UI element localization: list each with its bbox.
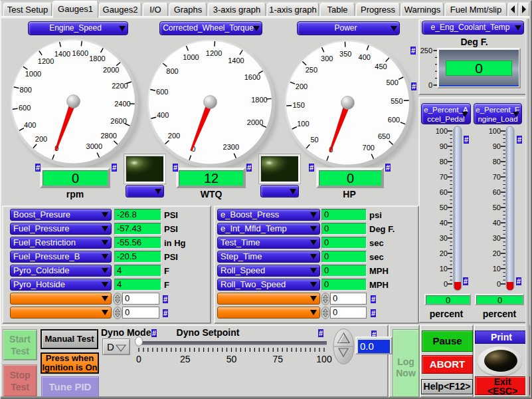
svg-text:1600: 1600 [72, 49, 88, 57]
svg-text:0: 0 [136, 354, 141, 364]
svg-text:0: 0 [444, 280, 448, 288]
svg-text:50: 50 [493, 203, 501, 211]
svg-text:2800: 2800 [100, 132, 116, 140]
svg-text:200: 200 [35, 134, 46, 142]
svg-text:1400: 1400 [54, 49, 70, 57]
svg-text:550: 550 [391, 96, 402, 104]
svg-text:2200: 2200 [112, 81, 128, 89]
svg-text:100: 100 [316, 354, 332, 364]
svg-text:70: 70 [493, 173, 501, 181]
svg-text:50: 50 [440, 203, 448, 211]
svg-text:25: 25 [180, 354, 191, 364]
svg-text:1400: 1400 [228, 57, 244, 65]
svg-text:200: 200 [295, 82, 307, 90]
svg-text:600: 600 [387, 116, 399, 124]
svg-text:650: 650 [377, 132, 389, 140]
svg-text:40: 40 [440, 219, 448, 227]
svg-text:350: 350 [339, 50, 351, 58]
svg-text:2300: 2300 [222, 143, 238, 151]
svg-text:20: 20 [440, 249, 448, 257]
svg-text:2400: 2400 [114, 99, 130, 107]
svg-text:50: 50 [310, 135, 318, 143]
svg-text:0: 0 [497, 280, 501, 288]
svg-text:250: 250 [305, 66, 317, 74]
svg-text:40: 40 [493, 219, 501, 227]
svg-text:400: 400 [358, 53, 370, 61]
svg-text:1800: 1800 [251, 95, 267, 103]
svg-text:90: 90 [440, 142, 448, 150]
svg-text:800: 800 [166, 66, 178, 74]
svg-text:1200: 1200 [205, 49, 221, 57]
svg-text:60: 60 [440, 188, 448, 196]
svg-text:60: 60 [493, 188, 501, 196]
svg-text:800: 800 [19, 86, 31, 94]
svg-text:3000: 3000 [86, 142, 102, 150]
svg-text:50: 50 [226, 354, 237, 364]
svg-text:200: 200 [167, 132, 179, 140]
svg-text:600: 600 [18, 104, 30, 112]
svg-text:30: 30 [440, 234, 448, 242]
svg-text:100: 100 [489, 127, 501, 135]
svg-text:250: 250 [420, 47, 432, 55]
svg-text:600: 600 [156, 88, 168, 96]
svg-text:70: 70 [440, 173, 448, 181]
svg-text:150: 150 [292, 101, 304, 109]
svg-text:400: 400 [24, 120, 36, 128]
svg-text:100: 100 [297, 120, 309, 128]
svg-text:20: 20 [493, 249, 501, 257]
svg-text:1200: 1200 [37, 57, 53, 65]
svg-text:1600: 1600 [244, 73, 260, 81]
svg-text:2600: 2600 [110, 116, 126, 124]
svg-text:450: 450 [375, 63, 387, 70]
svg-text:500: 500 [386, 78, 398, 86]
svg-text:700: 700 [362, 144, 374, 152]
svg-text:0: 0 [428, 81, 432, 89]
svg-text:10: 10 [493, 265, 501, 273]
svg-text:400: 400 [156, 111, 168, 119]
svg-text:30: 30 [493, 234, 501, 242]
svg-text:1000: 1000 [25, 69, 41, 77]
svg-text:90: 90 [493, 142, 501, 150]
svg-text:100: 100 [436, 127, 448, 135]
svg-text:2000: 2000 [102, 66, 118, 74]
svg-text:80: 80 [493, 158, 501, 166]
svg-text:1000: 1000 [183, 53, 199, 61]
svg-text:2000: 2000 [246, 118, 262, 126]
svg-text:75: 75 [272, 354, 283, 364]
svg-text:10: 10 [440, 265, 448, 273]
svg-text:300: 300 [321, 54, 333, 62]
svg-text:80: 80 [440, 158, 448, 166]
svg-text:1800: 1800 [89, 55, 105, 63]
